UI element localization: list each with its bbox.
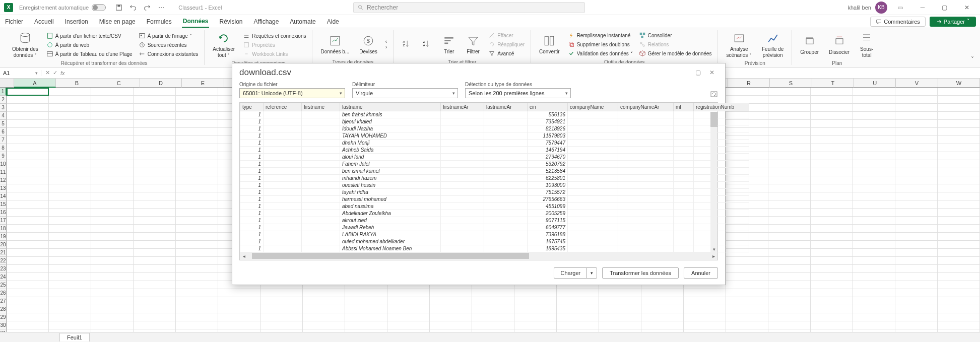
cell[interactable]	[811, 104, 853, 112]
cell[interactable]	[303, 297, 345, 305]
cell[interactable]	[938, 144, 980, 152]
cell[interactable]	[430, 289, 472, 297]
cell[interactable]	[134, 160, 176, 168]
cell[interactable]	[134, 217, 176, 225]
cell[interactable]	[811, 184, 853, 192]
cell[interactable]	[768, 265, 811, 273]
autosave-toggle[interactable]: Enregistrement automatique	[19, 4, 106, 11]
forecast-button[interactable]: Feuille de prévision	[759, 30, 787, 59]
ribbon-mode-icon[interactable]: ▭	[891, 1, 909, 15]
cell[interactable]	[853, 144, 895, 152]
cell[interactable]	[49, 136, 91, 144]
dialog-close-icon[interactable]: ✕	[706, 67, 718, 78]
table-row[interactable]: 1akrout zied9077115	[240, 217, 749, 224]
cell[interactable]	[811, 96, 853, 104]
cell[interactable]	[176, 88, 218, 96]
row-header[interactable]: 6	[0, 128, 7, 136]
cell[interactable]	[938, 305, 980, 313]
datatype-nav-icon[interactable]: ‹›	[384, 38, 388, 50]
row-header[interactable]: 24	[0, 273, 7, 281]
cell[interactable]	[938, 257, 980, 265]
cell[interactable]	[91, 88, 134, 96]
cell[interactable]	[218, 297, 260, 305]
cell[interactable]	[853, 241, 895, 249]
cell[interactable]	[938, 313, 980, 321]
column-header[interactable]: R	[728, 79, 770, 88]
cell[interactable]	[7, 305, 49, 313]
cell[interactable]	[345, 305, 387, 313]
cell[interactable]	[49, 112, 91, 120]
cell[interactable]	[768, 96, 811, 104]
preview-hscroll[interactable]: ◂ ▸	[240, 252, 717, 260]
cell[interactable]	[7, 321, 49, 329]
cell[interactable]	[938, 128, 980, 136]
cell[interactable]	[853, 152, 895, 160]
cell[interactable]	[49, 321, 91, 329]
cell[interactable]	[599, 289, 641, 297]
tab-review[interactable]: Révision	[218, 16, 243, 27]
preview-column-header[interactable]: cin	[528, 103, 568, 111]
cell[interactable]	[91, 265, 134, 273]
refresh-all-button[interactable]: Actualiser tout ˅	[210, 30, 238, 59]
cell[interactable]	[472, 305, 514, 313]
cancel-formula-icon[interactable]: ✕	[45, 70, 50, 76]
cell[interactable]	[811, 120, 853, 128]
table-row[interactable]: 1harmessi mohamed27656663	[240, 196, 749, 203]
cell[interactable]	[91, 305, 134, 313]
cell[interactable]	[91, 112, 134, 120]
cell[interactable]	[938, 321, 980, 329]
cell[interactable]	[895, 249, 938, 257]
cell[interactable]	[472, 313, 514, 321]
accept-formula-icon[interactable]: ✓	[53, 70, 57, 76]
cell[interactable]	[811, 233, 853, 241]
cell[interactable]	[7, 104, 49, 112]
cell[interactable]	[49, 305, 91, 313]
cell[interactable]	[895, 144, 938, 152]
cell[interactable]	[895, 225, 938, 233]
cell[interactable]	[430, 313, 472, 321]
subtotal-button[interactable]: Sous- total	[857, 30, 877, 59]
cell[interactable]	[599, 305, 641, 313]
cell[interactable]	[303, 313, 345, 321]
cell[interactable]	[49, 217, 91, 225]
cell[interactable]	[176, 225, 218, 233]
stocks-button[interactable]: Données b...	[317, 30, 352, 58]
cell[interactable]	[768, 233, 811, 241]
cell[interactable]	[938, 192, 980, 200]
cell[interactable]	[938, 281, 980, 289]
cell[interactable]	[811, 128, 853, 136]
cell[interactable]	[134, 152, 176, 160]
cell[interactable]	[895, 176, 938, 184]
sort-za-button[interactable]: ZA	[419, 30, 435, 58]
cell[interactable]	[768, 281, 811, 289]
cell[interactable]	[134, 297, 176, 305]
cell[interactable]	[768, 184, 811, 192]
cell[interactable]	[134, 249, 176, 257]
cell[interactable]	[938, 184, 980, 192]
cell[interactable]	[811, 289, 853, 297]
row-header[interactable]: 16	[0, 209, 7, 217]
preview-column-header[interactable]: companyName	[568, 103, 618, 111]
recent-sources-button[interactable]: Sources récentes	[138, 41, 200, 49]
detection-select[interactable]: Selon les 200 premières lignes	[465, 88, 571, 98]
cell[interactable]	[7, 200, 49, 209]
dialog-maximize-icon[interactable]: ▢	[692, 67, 704, 78]
cell[interactable]	[345, 313, 387, 321]
cell[interactable]	[49, 96, 91, 104]
cell[interactable]	[768, 321, 811, 329]
cell[interactable]	[91, 184, 134, 192]
cell[interactable]	[387, 305, 430, 313]
load-button[interactable]: Charger▾	[554, 267, 597, 279]
cell[interactable]	[895, 192, 938, 200]
cell[interactable]	[7, 249, 49, 257]
column-header[interactable]: D	[140, 79, 182, 88]
cell[interactable]	[853, 257, 895, 265]
cell[interactable]	[853, 176, 895, 184]
cell[interactable]	[853, 192, 895, 200]
table-row[interactable]: 1TAYAHI MOHAMED11879803	[240, 132, 749, 140]
cell[interactable]	[853, 273, 895, 281]
table-row[interactable]: 1Jawadi Rebeh6049777	[240, 224, 749, 231]
cell[interactable]	[134, 144, 176, 152]
cell[interactable]	[49, 104, 91, 112]
cell[interactable]	[684, 297, 726, 305]
